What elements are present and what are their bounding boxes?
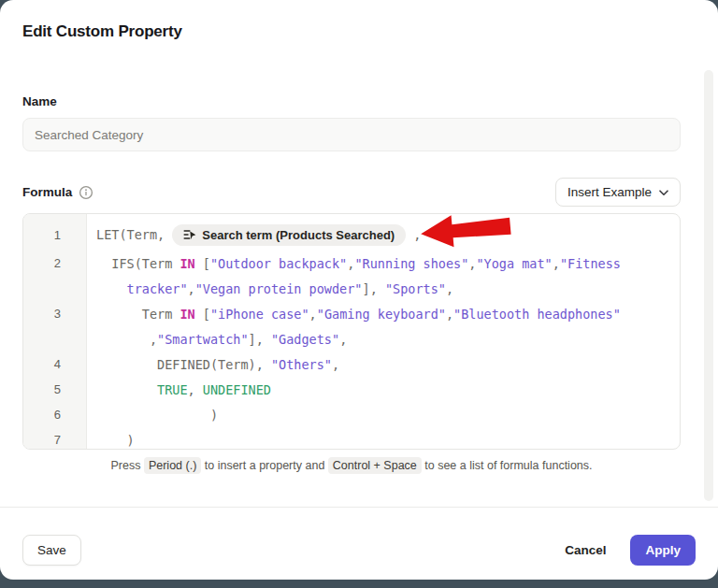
kbd-period-chip: Period (.) [144, 457, 201, 474]
line-number: 3 [23, 307, 87, 321]
line-number: 1 [23, 228, 87, 242]
code-line: 4 DEFINED(Term), "Others", [23, 351, 680, 377]
insert-example-button[interactable]: Insert Example [555, 178, 681, 207]
code-line: 6 ) [23, 402, 680, 427]
hint-text: to see a list of formula functions. [422, 459, 593, 472]
formula-label: Formula [22, 185, 72, 199]
hint-text: Press [110, 459, 143, 472]
info-icon[interactable] [79, 185, 93, 200]
formula-hint: Press Period (.) to insert a property an… [22, 459, 681, 472]
name-input[interactable]: Searched Category [22, 118, 681, 151]
line-number: 4 [23, 357, 87, 371]
scrollbar[interactable] [704, 70, 713, 501]
edit-custom-property-dialog: Edit Custom Property Name Searched Categ… [0, 0, 718, 580]
insert-example-label: Insert Example [567, 185, 652, 199]
dialog-footer: Save Cancel Apply [0, 508, 718, 580]
line-number: 7 [23, 433, 87, 447]
code-line: 3 Term IN ["iPhone case","Gaming keyboar… [23, 301, 680, 326]
formula-code: 1LET(Term, Search term (Products Searche… [23, 219, 680, 450]
event-property-icon [183, 228, 196, 241]
code-line: 5 TRUE, UNDEFINED [23, 377, 680, 402]
code-line: 7 ) [23, 427, 680, 450]
line-number: 2 [23, 256, 87, 270]
name-label: Name [22, 94, 57, 108]
page-title: Edit Custom Property [22, 22, 182, 41]
code-line: 1LET(Term, Search term (Products Searche… [23, 219, 680, 251]
code-line: 2 IFS(Term IN ["Outdoor backpack","Runni… [23, 251, 680, 276]
line-number: 5 [23, 382, 87, 396]
save-button[interactable]: Save [22, 535, 81, 566]
line-number: 6 [23, 408, 87, 422]
code-line: tracker","Vegan protein powder"], "Sport… [23, 276, 680, 301]
code-line: ,"Smartwatch"], "Gadgets", [23, 326, 680, 351]
hint-text: to insert a property and [201, 459, 328, 472]
chevron-down-icon [659, 185, 668, 199]
property-chip[interactable]: Search term (Products Searched) [172, 224, 406, 246]
formula-editor[interactable]: 1LET(Term, Search term (Products Searche… [22, 213, 681, 450]
cancel-button[interactable]: Cancel [565, 543, 606, 557]
formula-header: Formula Insert Example [22, 177, 681, 207]
kbd-control-space-chip: Control + Space [328, 457, 422, 474]
property-chip-label: Search term (Products Searched) [202, 228, 395, 242]
apply-button[interactable]: Apply [630, 535, 696, 566]
name-input-value: Searched Category [35, 128, 143, 142]
